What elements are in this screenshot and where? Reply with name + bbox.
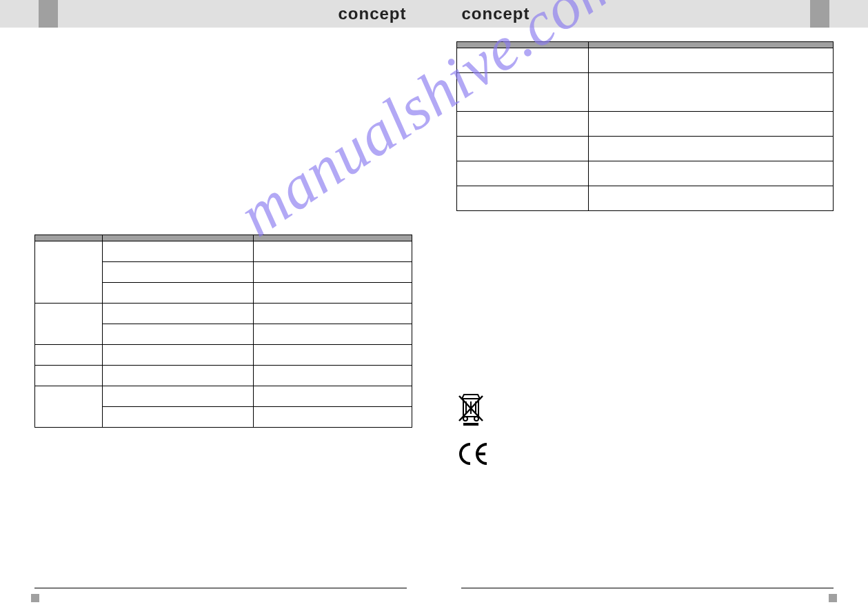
footer-rule-right	[461, 588, 834, 588]
right-table	[456, 41, 834, 211]
weee-crossed-bin-icon	[456, 390, 834, 429]
cell	[253, 366, 412, 386]
cell	[456, 112, 588, 137]
table-row	[456, 137, 834, 161]
header-accent-left	[39, 0, 58, 28]
table-row	[456, 73, 834, 112]
table-row	[456, 48, 834, 73]
svg-point-5	[474, 417, 478, 421]
cell	[35, 241, 103, 304]
brand-left: concept	[338, 4, 406, 23]
cell	[456, 137, 588, 161]
cell	[253, 241, 412, 262]
cell	[253, 324, 412, 345]
cell	[456, 161, 588, 186]
cell	[253, 283, 412, 304]
page-right	[434, 28, 869, 497]
footer-rule-left	[34, 588, 407, 588]
header-bar: concept concept	[0, 0, 868, 28]
table-row	[456, 161, 834, 186]
cell	[588, 48, 833, 73]
cell	[103, 345, 254, 366]
header-accent-right	[810, 0, 829, 28]
cell	[253, 345, 412, 366]
table-row	[456, 186, 834, 211]
col-header	[456, 42, 588, 48]
cell	[588, 112, 833, 137]
cell	[253, 304, 412, 324]
col-header	[35, 235, 103, 241]
svg-rect-8	[463, 423, 478, 426]
cell	[253, 407, 412, 428]
table-row	[35, 366, 412, 386]
col-header	[103, 235, 254, 241]
cell	[103, 304, 254, 324]
cell	[35, 366, 103, 386]
col-header	[588, 42, 833, 48]
col-header	[253, 235, 412, 241]
cell	[588, 186, 833, 211]
cell	[35, 386, 103, 428]
cell	[35, 304, 103, 345]
cell	[103, 262, 254, 283]
page-left	[0, 28, 434, 497]
cell	[456, 186, 588, 211]
cell	[588, 73, 833, 112]
table-row	[35, 241, 412, 262]
cell	[103, 324, 254, 345]
brand-right: concept	[462, 4, 530, 23]
cell	[103, 241, 254, 262]
page-spread	[0, 28, 868, 497]
cell	[253, 262, 412, 283]
footer-accent-left	[31, 594, 39, 602]
cell	[588, 137, 833, 161]
cell	[253, 386, 412, 407]
footer-accent-right	[829, 594, 837, 602]
cell	[456, 48, 588, 73]
cell	[456, 73, 588, 112]
cell	[103, 366, 254, 386]
cell	[103, 386, 254, 407]
cell	[103, 407, 254, 428]
table-row	[35, 386, 412, 407]
table-row	[35, 304, 412, 324]
table-header-row	[456, 42, 834, 48]
table-row	[456, 112, 834, 137]
left-table	[34, 235, 412, 428]
ce-mark-icon	[456, 441, 834, 469]
cell	[588, 161, 833, 186]
table-row	[35, 345, 412, 366]
compliance-icons	[456, 390, 834, 469]
svg-point-4	[463, 417, 467, 421]
table-header-row	[35, 235, 412, 241]
cell	[103, 283, 254, 304]
cell	[35, 345, 103, 366]
